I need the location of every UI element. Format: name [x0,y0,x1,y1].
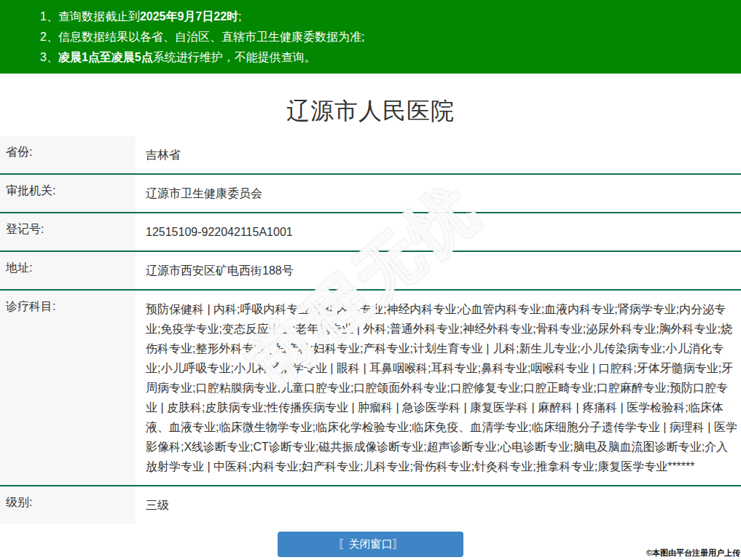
row-label: 审批机关: [0,175,136,212]
notice-text: 查询数据截止到 [58,10,140,23]
notice-line: 2、信息数据结果以各省、自治区、直辖市卫生健康委数据为准; [40,27,734,47]
table-row-address: 地址: 辽源市西安区矿电西街188号 [0,251,741,289]
notice-line: 3、凌晨1点至凌晨5点系统进行维护，不能提供查询。 [40,47,734,68]
notice-text-bold: 凌晨1点至凌晨5点 [58,51,153,63]
row-value: 预防保健科 | 内科;呼吸内科专业;消化内科专业;神经内科专业;心血管内科专业;… [136,291,741,485]
row-label: 省份: [0,136,136,173]
notice-number: 2、 [40,31,58,43]
row-value: 辽源市卫生健康委员会 [136,175,741,212]
table-row-medical-subjects: 诊疗科目: 预防保健科 | 内科;呼吸内科专业;消化内科专业;神经内科专业;心血… [0,289,741,485]
table-row-level: 级别: 三级 [0,485,741,524]
row-value: 12515109-922042115A1001 [136,213,741,251]
table-row-province: 省份: 吉林省 [0,136,741,173]
hospital-info-table: 省份: 吉林省 审批机关: 辽源市卫生健康委员会 登记号: 12515109-9… [0,136,741,524]
row-label: 登记号: [0,213,136,251]
upload-copyright-note: ©本图由平台注册用户上传 [646,548,740,559]
button-row: 〖关闭窗口〗 [0,532,741,557]
notice-text: 信息数据结果以各省、自治区、直辖市卫生健康委数据为准; [58,31,364,43]
table-row-registration-number: 登记号: 12515109-922042115A1001 [0,212,741,251]
page-title: 辽源市人民医院 [0,95,741,127]
notice-number: 3、 [40,51,58,63]
close-window-button[interactable]: 〖关闭窗口〗 [278,532,463,557]
table-row-approval-authority: 审批机关: 辽源市卫生健康委员会 [0,173,741,212]
row-label: 级别: [0,486,136,524]
notice-text: ; [238,10,241,23]
row-value: 辽源市西安区矿电西街188号 [136,252,741,289]
row-label: 诊疗科目: [0,291,136,485]
notice-banner: 1、查询数据截止到2025年9月7日22时; 2、信息数据结果以各省、自治区、直… [0,0,741,74]
row-label: 地址: [0,252,136,289]
notice-number: 1、 [40,10,58,23]
row-value: 三级 [136,486,741,524]
notice-line: 1、查询数据截止到2025年9月7日22时; [40,7,734,27]
notice-text: 系统进行维护，不能提供查询。 [153,51,316,63]
notice-text-bold: 2025年9月7日22时 [140,10,238,23]
row-value: 吉林省 [136,136,741,173]
